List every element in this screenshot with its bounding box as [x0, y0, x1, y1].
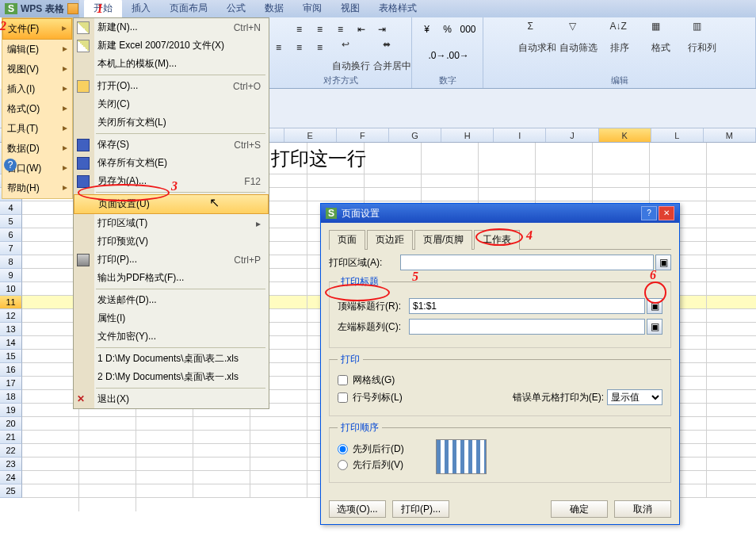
merge-center-button[interactable]: ⬌合并居中: [373, 39, 411, 73]
row-header[interactable]: 22: [0, 444, 22, 458]
file-menu-item[interactable]: 打开(O)...Ctrl+O: [74, 77, 269, 95]
dlg-tab-sheet[interactable]: 工作表: [474, 230, 520, 250]
row-header[interactable]: 9: [0, 269, 22, 282]
file-menu-item[interactable]: 文件加密(Y)...: [74, 327, 269, 346]
row-header[interactable]: 7: [0, 242, 22, 255]
quick-access-dropdown[interactable]: [67, 3, 78, 14]
file-menu-item[interactable]: 属性(I): [74, 309, 269, 327]
row-header[interactable]: 4: [0, 201, 22, 215]
cancel-button[interactable]: 取消: [614, 500, 671, 518]
row-header[interactable]: 8: [0, 255, 22, 269]
tab-pagelayout[interactable]: 页面布局: [160, 0, 217, 17]
valign-bot-icon[interactable]: ≡: [311, 39, 329, 56]
options-button[interactable]: 选项(O)...: [329, 500, 386, 518]
row-header[interactable]: 17: [0, 377, 22, 390]
file-menu-item[interactable]: 关闭(C): [74, 95, 269, 113]
row-header[interactable]: 5: [0, 215, 22, 228]
row-header[interactable]: 12: [0, 309, 22, 323]
file-menu-item[interactable]: 1 D:\My Documents\桌面\表二.xls: [74, 350, 269, 368]
file-menu-item[interactable]: 2 D:\My Documents\桌面\表一.xls: [74, 368, 269, 386]
autofilter-button[interactable]: ▽自动筛选: [559, 21, 598, 55]
file-menu-item[interactable]: 另存为(A)...F12: [74, 172, 269, 190]
wrap-text-button[interactable]: ↩自动换行: [332, 39, 370, 73]
file-menu-item[interactable]: 保存所有文档(E): [74, 154, 269, 172]
tab-review[interactable]: 审阅: [293, 0, 331, 17]
valign-mid-icon[interactable]: ≡: [291, 39, 308, 56]
comma-icon[interactable]: 000: [460, 21, 477, 38]
row-header[interactable]: 16: [0, 363, 22, 377]
column-header[interactable]: M: [704, 128, 756, 142]
percent-icon[interactable]: %: [439, 21, 456, 38]
file-menu-item[interactable]: 输出为PDF格式(F)...: [74, 269, 269, 287]
align-center-icon[interactable]: ≡: [311, 21, 329, 38]
print-area-input[interactable]: [400, 255, 654, 270]
inc-dec-icon[interactable]: .0→: [429, 47, 446, 64]
file-menu-item[interactable]: 新建 Excel 2007/2010 文件(X): [74, 36, 269, 55]
align-right-icon[interactable]: ≡: [332, 21, 349, 38]
tab-insert[interactable]: 插入: [122, 0, 160, 17]
autosum-button[interactable]: Σ自动求和: [518, 21, 556, 55]
dlg-tab-headerfooter[interactable]: 页眉/页脚: [414, 230, 472, 250]
column-header[interactable]: F: [337, 128, 389, 142]
ok-button[interactable]: 确定: [551, 500, 608, 518]
menu-format[interactable]: 格式(O)▸: [2, 99, 72, 119]
help-icon[interactable]: ?: [4, 159, 17, 171]
left-title-col-input[interactable]: [409, 319, 645, 335]
file-menu-item[interactable]: 打印(P)...Ctrl+P: [74, 251, 269, 269]
row-header[interactable]: 13: [0, 323, 22, 336]
file-menu-item[interactable]: 打印区域(T)▸: [74, 214, 269, 232]
dlg-tab-page[interactable]: 页面: [329, 230, 365, 250]
gridlines-checkbox[interactable]: [338, 375, 348, 385]
column-header[interactable]: E: [284, 128, 337, 142]
row-header[interactable]: 21: [0, 431, 22, 444]
column-header[interactable]: I: [494, 128, 546, 142]
top-title-row-picker-icon[interactable]: ▣: [647, 298, 662, 314]
menu-edit[interactable]: 编辑(E)▸: [2, 40, 72, 59]
file-menu-item[interactable]: 新建(N)...Ctrl+N: [74, 18, 269, 36]
menu-tools[interactable]: 工具(T)▸: [2, 119, 72, 139]
order-downover-radio[interactable]: [338, 444, 348, 454]
row-header[interactable]: 11: [0, 296, 22, 309]
print-button[interactable]: 打印(P)...: [392, 500, 449, 518]
rowcolhead-checkbox[interactable]: [338, 392, 348, 403]
tab-data[interactable]: 数据: [255, 0, 293, 17]
row-header[interactable]: 19: [0, 404, 22, 417]
file-menu-item[interactable]: 本机上的模板(M)...: [74, 55, 269, 73]
row-header[interactable]: 20: [0, 417, 22, 431]
dialog-help-button[interactable]: ?: [641, 206, 657, 220]
order-overdown-radio[interactable]: [338, 460, 348, 470]
file-menu-item[interactable]: 发送邮件(D)...: [74, 291, 269, 309]
menu-help[interactable]: 帮助(H)▸: [2, 178, 72, 198]
tab-view[interactable]: 视图: [331, 0, 369, 17]
row-header[interactable]: 18: [0, 390, 22, 404]
file-menu-item[interactable]: 关闭所有文档(L): [74, 113, 269, 132]
tab-formula[interactable]: 公式: [217, 0, 255, 17]
row-header[interactable]: 15: [0, 350, 22, 363]
row-header[interactable]: 23: [0, 458, 22, 471]
dialog-titlebar[interactable]: S 页面设置 ? ✕: [321, 204, 679, 223]
format-button[interactable]: ▦格式: [642, 21, 680, 55]
menu-insert[interactable]: 插入(I)▸: [2, 79, 72, 99]
row-header[interactable]: 25: [0, 484, 22, 498]
menu-data[interactable]: 数据(D)▸: [2, 139, 72, 159]
sort-button[interactable]: A↓Z排序: [601, 21, 639, 55]
top-title-row-input[interactable]: [409, 298, 645, 314]
dec-dec-icon[interactable]: .00→: [449, 47, 467, 64]
column-header[interactable]: H: [441, 128, 494, 142]
file-menu-item[interactable]: 页面设置(U): [74, 194, 269, 214]
column-header[interactable]: G: [389, 128, 441, 142]
file-menu-item[interactable]: 保存(S)Ctrl+S: [74, 136, 269, 154]
indent-inc-icon[interactable]: ⇥: [373, 21, 391, 38]
print-area-picker-icon[interactable]: ▣: [655, 255, 671, 270]
indent-dec-icon[interactable]: ⇤: [353, 21, 370, 38]
column-header[interactable]: K: [599, 128, 651, 142]
column-header[interactable]: J: [546, 128, 598, 142]
dialog-close-button[interactable]: ✕: [659, 206, 674, 220]
tab-tablestyle[interactable]: 表格样式: [369, 0, 426, 17]
column-header[interactable]: L: [651, 128, 704, 142]
row-header[interactable]: 10: [0, 282, 22, 296]
align-left-icon[interactable]: ≡: [291, 21, 308, 38]
menu-view[interactable]: 视图(V)▸: [2, 59, 72, 79]
row-header[interactable]: 24: [0, 471, 22, 484]
row-header[interactable]: 6: [0, 228, 22, 242]
